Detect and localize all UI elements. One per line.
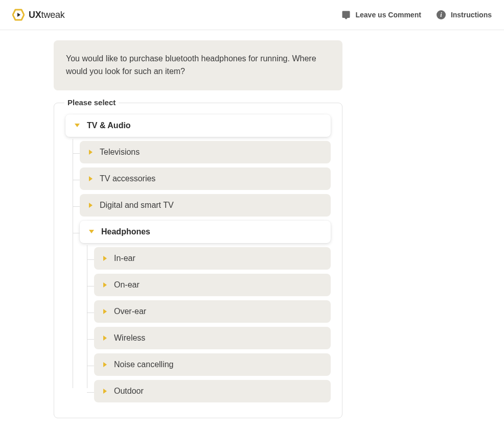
chevron-right-icon bbox=[103, 389, 107, 394]
headphones-children: In-ear On-ear bbox=[80, 247, 331, 402]
logo[interactable]: UXtweak bbox=[12, 9, 65, 21]
node-televisions[interactable]: Televisions bbox=[80, 141, 331, 163]
chevron-down-icon bbox=[89, 230, 94, 233]
category-tree: TV & Audio Televisions TV accessories bbox=[65, 114, 331, 402]
leave-comment-link[interactable]: Leave us Comment bbox=[341, 10, 421, 19]
info-icon: i bbox=[437, 10, 446, 19]
node-digital-smart-tv[interactable]: Digital and smart TV bbox=[80, 194, 331, 217]
node-label: TV accessories bbox=[100, 174, 155, 183]
node-label: Over-ear bbox=[114, 307, 146, 316]
tree-item-tv-accessories: TV accessories bbox=[80, 167, 331, 190]
node-on-ear[interactable]: On-ear bbox=[94, 274, 331, 296]
fieldset-label: Please select bbox=[64, 98, 119, 107]
chevron-right-icon bbox=[89, 203, 93, 208]
chevron-right-icon bbox=[103, 362, 107, 367]
node-label: Digital and smart TV bbox=[100, 201, 174, 210]
leave-comment-label: Leave us Comment bbox=[356, 11, 421, 19]
node-headphones[interactable]: Headphones bbox=[80, 221, 331, 243]
tree-item-outdoor: Outdoor bbox=[94, 380, 331, 402]
tree-item-televisions: Televisions bbox=[80, 141, 331, 163]
tree-item-in-ear: In-ear bbox=[94, 247, 331, 270]
tree-item-wireless: Wireless bbox=[94, 327, 331, 349]
chevron-right-icon bbox=[103, 309, 107, 314]
node-noise-cancelling[interactable]: Noise cancelling bbox=[94, 353, 331, 376]
instructions-label: Instructions bbox=[451, 11, 492, 19]
node-in-ear[interactable]: In-ear bbox=[94, 247, 331, 270]
tree-item-noise-cancelling: Noise cancelling bbox=[94, 353, 331, 376]
chevron-right-icon bbox=[89, 176, 93, 181]
node-outdoor[interactable]: Outdoor bbox=[94, 380, 331, 402]
tree-item-on-ear: On-ear bbox=[94, 274, 331, 296]
header: UXtweak Leave us Comment i Instructions bbox=[0, 0, 504, 30]
node-wireless[interactable]: Wireless bbox=[94, 327, 331, 349]
task-prompt: You would like to purchase bluetooth hea… bbox=[54, 40, 342, 90]
chevron-right-icon bbox=[103, 282, 107, 288]
node-label: Outdoor bbox=[114, 387, 144, 396]
node-label: Wireless bbox=[114, 333, 145, 343]
hexagon-icon bbox=[12, 9, 25, 21]
brand-name: UXtweak bbox=[29, 10, 65, 20]
tree-item-over-ear: Over-ear bbox=[94, 300, 331, 323]
comment-icon bbox=[341, 10, 351, 19]
chevron-down-icon bbox=[75, 124, 80, 127]
tree-item-headphones: Headphones In-ear bbox=[80, 221, 331, 402]
tv-audio-children: Televisions TV accessories Digital and s… bbox=[65, 141, 331, 402]
node-label: Televisions bbox=[100, 148, 140, 157]
tree-item-tv-audio: TV & Audio Televisions TV accessories bbox=[65, 114, 331, 402]
node-label: Noise cancelling bbox=[114, 360, 174, 369]
node-tv-accessories[interactable]: TV accessories bbox=[80, 167, 331, 190]
node-label: TV & Audio bbox=[87, 121, 131, 130]
chevron-right-icon bbox=[103, 336, 107, 341]
node-label: On-ear bbox=[114, 280, 140, 290]
selection-fieldset: Please select TV & Audio Televisions bbox=[54, 103, 342, 418]
node-tv-audio[interactable]: TV & Audio bbox=[65, 114, 331, 137]
instructions-link[interactable]: i Instructions bbox=[437, 10, 492, 19]
chevron-right-icon bbox=[103, 256, 107, 261]
chevron-right-icon bbox=[89, 150, 93, 155]
node-label: Headphones bbox=[101, 227, 150, 236]
node-label: In-ear bbox=[114, 254, 135, 263]
svg-marker-1 bbox=[17, 13, 20, 17]
tree-item-digital-smart-tv: Digital and smart TV bbox=[80, 194, 331, 217]
node-over-ear[interactable]: Over-ear bbox=[94, 300, 331, 323]
main-content: You would like to purchase bluetooth hea… bbox=[54, 30, 450, 418]
